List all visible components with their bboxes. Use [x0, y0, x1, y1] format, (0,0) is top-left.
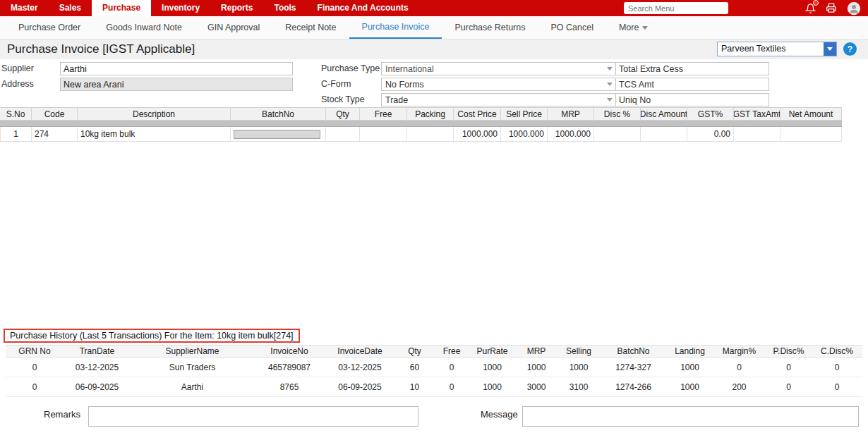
sub-nav-item-label: Purchase Invoice	[362, 16, 430, 37]
sub-nav-item-label: GIN Approval	[207, 17, 260, 38]
sub-nav-item[interactable]: GIN Approval	[195, 16, 272, 39]
history-table-row[interactable]: 0 03-12-2025 Sun Traders 465789087 03-12…	[6, 358, 862, 377]
history-table-header-cell: Margin%	[713, 346, 766, 357]
items-table-header-cell: Code	[32, 108, 78, 120]
history-pdisc-cell: 0	[766, 358, 812, 377]
item-free-cell[interactable]	[360, 127, 407, 141]
item-qty-cell[interactable]	[326, 127, 360, 141]
footer-bar: Remarks Message	[0, 403, 868, 433]
history-table-header-cell: P.Disc%	[766, 346, 812, 357]
history-qty-cell: 10	[395, 377, 434, 396]
item-gst-taxamt-cell[interactable]	[734, 127, 780, 141]
history-free-cell: 0	[434, 358, 469, 377]
message-input[interactable]	[522, 406, 859, 427]
history-grnno-cell: 0	[6, 377, 64, 396]
sub-nav-item[interactable]: Purchase Returns	[442, 16, 538, 39]
history-batchno-cell: 1274-266	[600, 377, 667, 396]
history-landing-cell: 1000	[667, 358, 713, 377]
item-sell-price-cell[interactable]: 1000.000	[501, 127, 548, 141]
history-invoiceno-cell: 465789087	[254, 358, 325, 377]
supplier-label: Supplier	[1, 63, 34, 73]
stock-type-select[interactable]: Trade	[381, 93, 617, 106]
items-table-row[interactable]: 1 274 10kg item bulk 1000.000 1000.000 1…	[0, 127, 842, 142]
history-selling-cell: 1000	[557, 358, 600, 377]
top-nav-item[interactable]: Master	[0, 0, 49, 16]
top-nav-item[interactable]: Reports	[210, 0, 263, 16]
tcs-amt-field[interactable]: TCS Amt	[615, 78, 769, 91]
sub-nav-item[interactable]: PO Cancel	[538, 16, 606, 39]
history-purrate-cell: 1000	[469, 358, 515, 377]
sub-nav-item-more[interactable]: More	[606, 16, 661, 39]
user-avatar[interactable]	[847, 1, 861, 16]
items-table-header-cell: Qty	[326, 108, 360, 120]
help-button[interactable]: ?	[843, 42, 857, 56]
invoice-form: Supplier Address Purchase Type Internati…	[0, 61, 868, 107]
item-packing-cell[interactable]	[407, 127, 454, 141]
history-table-body: 0 03-12-2025 Sun Traders 465789087 03-12…	[6, 358, 862, 397]
history-mrp-cell: 3000	[515, 377, 557, 396]
top-nav-item[interactable]: Tools	[263, 0, 306, 16]
top-nav-item[interactable]: Sales	[49, 0, 92, 16]
top-nav-item[interactable]: Finance And Accounts	[307, 0, 419, 16]
notification-badge	[813, 0, 819, 6]
tcs-amt-input[interactable]	[654, 79, 768, 90]
history-table-header-cell: InvoiceDate	[325, 346, 395, 357]
total-extra-cess-field[interactable]: Total Extra Cess	[615, 62, 769, 75]
item-code-cell[interactable]: 274	[32, 127, 78, 141]
uniq-no-input[interactable]	[651, 94, 768, 105]
chevron-down-icon	[607, 83, 613, 86]
supplier-input[interactable]	[60, 62, 293, 75]
top-nav-item-label: Inventory	[162, 3, 200, 13]
item-batchno-cell[interactable]	[231, 127, 326, 141]
chevron-down-icon	[607, 98, 613, 102]
items-table-header: S.NoCodeDescriptionBatchNoQtyFreePacking…	[0, 107, 842, 121]
item-disc-percent-cell[interactable]	[594, 127, 641, 141]
items-table-header-cell: GST%	[687, 108, 734, 120]
sub-nav-item-label: Purchase Returns	[454, 17, 525, 38]
company-selector-dropdown-button[interactable]	[824, 42, 836, 56]
item-description-cell[interactable]: 10kg item bulk	[78, 127, 231, 141]
history-margin-cell: 0	[713, 358, 766, 377]
cform-select[interactable]: No Forms	[381, 78, 617, 91]
items-table-header-cell: Cost Price	[454, 108, 501, 120]
address-input	[60, 78, 293, 91]
total-extra-cess-input[interactable]	[683, 63, 768, 74]
item-gst-percent-cell[interactable]: 0.00	[687, 127, 734, 141]
search-input[interactable]	[624, 2, 728, 14]
items-table-header-cell: Free	[360, 108, 407, 120]
top-nav-item[interactable]: Purchase	[92, 0, 151, 16]
top-nav-item-label: Tools	[274, 3, 296, 13]
sub-nav-item[interactable]: Purchase Order	[6, 16, 93, 39]
item-cost-price-cell[interactable]: 1000.000	[454, 127, 501, 141]
history-selling-cell: 3100	[557, 377, 600, 396]
items-table: S.NoCodeDescriptionBatchNoQtyFreePacking…	[0, 107, 842, 142]
notifications-button[interactable]	[805, 3, 816, 14]
sub-nav-item-label: PO Cancel	[551, 17, 593, 38]
items-table-header-cell: Packing	[407, 108, 454, 120]
sub-nav-item[interactable]: Receipt Note	[272, 16, 349, 39]
top-nav-item[interactable]: Inventory	[151, 0, 210, 16]
history-invoiceno-cell: 8765	[254, 377, 325, 396]
sub-nav-item[interactable]: Goods Inward Note	[93, 16, 195, 39]
company-selector[interactable]: Parveen Textiles	[717, 42, 837, 56]
history-batchno-cell: 1274-327	[600, 358, 667, 377]
item-net-amount-cell[interactable]	[780, 127, 842, 141]
items-table-header-cell: S.No	[0, 108, 32, 120]
history-invoicedate-cell: 06-09-2025	[325, 377, 395, 396]
purchase-type-select[interactable]: International	[381, 62, 617, 75]
item-disc-amount-cell[interactable]	[641, 127, 687, 141]
top-nav-item-label: Purchase	[102, 3, 140, 13]
print-button[interactable]	[826, 3, 837, 13]
history-table-header-cell: Qty	[395, 346, 434, 357]
top-nav-item-label: Master	[11, 3, 38, 13]
item-mrp-cell[interactable]: 1000.000	[548, 127, 594, 141]
sub-nav-item[interactable]: Purchase Invoice	[349, 16, 442, 39]
address-label: Address	[1, 79, 34, 89]
items-table-header-cell: BatchNo	[231, 108, 326, 120]
sub-nav-item-label: Goods Inward Note	[106, 17, 182, 38]
uniq-no-field[interactable]: Uniq No	[615, 93, 769, 106]
remarks-input[interactable]	[88, 406, 418, 427]
history-table-row[interactable]: 0 06-09-2025 Aarthi 8765 06-09-2025 10 0…	[6, 377, 862, 397]
items-table-header-cell: Disc %	[594, 108, 641, 120]
top-nav-right	[624, 0, 868, 16]
